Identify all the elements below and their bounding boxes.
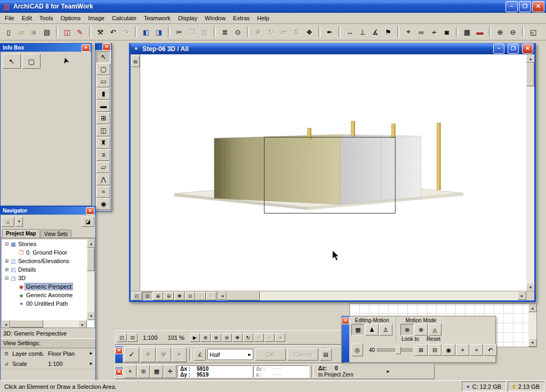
brick-icon[interactable]: ▬ bbox=[474, 26, 486, 38]
marquee-tool[interactable]: ▢ bbox=[97, 63, 110, 75]
scroll-left-icon[interactable]: ◄ bbox=[275, 333, 285, 342]
element-settings-icon[interactable]: ⚒ bbox=[94, 26, 106, 38]
scroll-up-icon[interactable]: ▲ bbox=[528, 304, 537, 312]
story-settings-icon[interactable]: ≣ bbox=[219, 26, 231, 38]
tree-item-stories[interactable]: ⊟ ▦ Stories bbox=[2, 240, 87, 248]
zoom-sketch-icon[interactable]: ⊛ bbox=[200, 333, 211, 342]
document-title-bar[interactable]: ✦ Step-06 3D / All – ❐ ✕ bbox=[131, 43, 534, 54]
look-to-icon[interactable]: ⊕ bbox=[400, 324, 414, 336]
path-icon[interactable]: ≈ bbox=[470, 344, 483, 356]
construction-method-combo[interactable]: Half ▶ bbox=[207, 349, 253, 360]
tree-expander-icon[interactable]: ⊟ bbox=[4, 241, 10, 247]
document-close-button[interactable]: ✕ bbox=[522, 44, 533, 54]
layer-combination-row[interactable]: ≣ Layer comb. Floor Plan ► bbox=[1, 348, 95, 358]
motion-close-icon[interactable]: ✕ bbox=[342, 317, 349, 324]
tree-item-untitled-path[interactable]: ✦ 00 Untitled Path bbox=[2, 299, 87, 308]
dock-icon[interactable]: ▤ bbox=[320, 349, 332, 361]
markup-icon[interactable]: ✎ bbox=[74, 26, 86, 38]
user-origin-icon[interactable]: ⊚ bbox=[137, 365, 150, 378]
menu-item[interactable]: Teamwork bbox=[140, 13, 174, 23]
cancel-button[interactable]: Cancel bbox=[287, 348, 318, 361]
scroll-left-icon[interactable]: ◄ bbox=[2, 320, 10, 328]
stair-tool[interactable]: ≡ bbox=[97, 149, 110, 161]
infobox-title-bar[interactable]: Info Box ✕ bbox=[1, 44, 91, 52]
menu-item[interactable]: Calculate bbox=[108, 13, 140, 23]
delta-xy-field[interactable]: Δx :5910 Δy :9519 bbox=[178, 365, 252, 378]
fit-in-window-icon[interactable]: ◰ bbox=[117, 333, 127, 342]
menu-item[interactable]: Window bbox=[201, 13, 229, 23]
zoom-in-icon[interactable]: ⊕ bbox=[153, 292, 163, 300]
gravity-icon[interactable]: ✛ bbox=[164, 365, 176, 378]
scroll-left-icon[interactable]: ◄ bbox=[218, 291, 227, 300]
wall-tool[interactable]: ▭ bbox=[97, 76, 110, 87]
keyframe-remove-icon[interactable]: ⊟ bbox=[428, 344, 441, 356]
pan-icon[interactable]: ✥ bbox=[232, 333, 243, 342]
menu-item[interactable]: Extras bbox=[229, 13, 253, 23]
document-maximize-button[interactable]: ❐ bbox=[508, 44, 519, 54]
scroll-up-icon[interactable]: ▲ bbox=[87, 239, 95, 248]
rotate-icon[interactable]: ↻ bbox=[265, 26, 277, 38]
rebuild-icon[interactable]: ↻ bbox=[243, 333, 253, 342]
origin-icon[interactable]: ⌖ bbox=[124, 365, 136, 378]
link-icon[interactable]: ∞ bbox=[415, 26, 427, 38]
mesh-tool[interactable]: ≈ bbox=[97, 186, 110, 198]
mirror-icon[interactable]: ⇄ bbox=[278, 26, 290, 38]
angle-dimension-icon[interactable]: ∡ bbox=[370, 26, 381, 38]
zoom-out-icon[interactable]: ⊖ bbox=[164, 292, 174, 300]
menu-item[interactable]: Display bbox=[174, 13, 201, 23]
redo-icon[interactable]: ↷ bbox=[120, 26, 132, 38]
tree-item-details[interactable]: ⊞ ◰ Details bbox=[2, 265, 87, 274]
next-view-icon[interactable]: » bbox=[264, 333, 275, 342]
menu-item[interactable]: Help bbox=[253, 13, 273, 23]
3d-viewport[interactable] bbox=[140, 54, 526, 291]
scroll-thumb[interactable] bbox=[87, 248, 94, 271]
tree-expander-icon[interactable]: ⊟ bbox=[4, 275, 10, 281]
document-horizontal-scrollbar[interactable]: ◄ ► bbox=[218, 291, 526, 300]
save-icon[interactable]: ▣ bbox=[28, 26, 40, 38]
camera-icon[interactable]: ◉ bbox=[442, 344, 455, 356]
next-view-icon[interactable]: » bbox=[206, 292, 216, 300]
window-tool[interactable]: ⊞ bbox=[97, 112, 110, 124]
menu-item[interactable]: Options bbox=[57, 13, 84, 23]
zoom-box-icon[interactable]: ⊡ bbox=[127, 333, 138, 342]
flyout-arrow-icon[interactable]: ► bbox=[89, 361, 94, 366]
fit-in-window-icon[interactable]: ◰ bbox=[132, 292, 142, 300]
zoom-out-icon[interactable]: ⊖ bbox=[222, 333, 232, 342]
plan-scale-value[interactable]: 1:100 bbox=[138, 334, 163, 341]
level-dimension-icon[interactable]: ⊥ bbox=[357, 26, 368, 38]
explore-icon[interactable]: ♙ bbox=[379, 324, 392, 336]
camera-options-icon[interactable]: ◎ bbox=[351, 344, 363, 356]
ok-button[interactable]: OK bbox=[255, 348, 286, 361]
pane-options-icon[interactable]: ▤ bbox=[131, 55, 140, 67]
zoom-in-icon[interactable]: ⊕ bbox=[211, 333, 221, 342]
scale-row[interactable]: ⊿ Scale 1:100 ► bbox=[1, 358, 95, 369]
scroll-down-icon[interactable]: ▼ bbox=[528, 338, 537, 347]
beam-tool[interactable]: ▬ bbox=[97, 100, 110, 112]
flyout-arrow-icon[interactable]: ► bbox=[89, 351, 94, 356]
menu-item[interactable]: Edit bbox=[18, 13, 36, 23]
move-camera-icon[interactable]: ⊗ bbox=[414, 324, 428, 336]
camera-tool[interactable]: ◉ bbox=[97, 198, 110, 210]
tree-item-generic-axonometry[interactable]: ◈ Generic Axonome bbox=[2, 291, 87, 299]
flyout-icon[interactable]: ▶ bbox=[190, 333, 200, 342]
scroll-right-icon[interactable]: ► bbox=[78, 320, 87, 328]
toolbox-close-icon[interactable]: ✕ bbox=[102, 43, 111, 51]
marquee-settings-icon[interactable]: ▢ bbox=[22, 54, 41, 69]
undo-icon[interactable]: ↶ bbox=[484, 344, 497, 356]
toolbox-title-bar[interactable]: ✕ bbox=[95, 44, 111, 50]
control-close-icon[interactable]: ✕ bbox=[115, 347, 123, 354]
tree-horizontal-scrollbar[interactable]: ◄ ► bbox=[2, 320, 87, 328]
palette-grip[interactable]: ✕ bbox=[115, 346, 123, 363]
palette-grip[interactable]: ✕ bbox=[115, 368, 123, 375]
edit-motion-icon[interactable]: ▦ bbox=[351, 324, 365, 336]
elevate-icon[interactable]: ⇅ bbox=[291, 26, 302, 38]
open-file-icon[interactable]: ▱ bbox=[15, 26, 27, 38]
maximize-button[interactable]: ❐ bbox=[519, 1, 531, 12]
marquee-3d-icon[interactable]: ◨ bbox=[153, 26, 165, 38]
relative-method-icon[interactable]: ∠ bbox=[194, 349, 206, 361]
infobox-close-icon[interactable]: ✕ bbox=[82, 44, 90, 52]
tree-vertical-scrollbar[interactable]: ▲ ▼ bbox=[87, 239, 94, 320]
navigator-close-icon[interactable]: ✕ bbox=[86, 207, 94, 215]
pan-icon[interactable]: ✥ bbox=[174, 292, 184, 300]
keyframe-add-icon[interactable]: ⊞ bbox=[414, 344, 428, 356]
